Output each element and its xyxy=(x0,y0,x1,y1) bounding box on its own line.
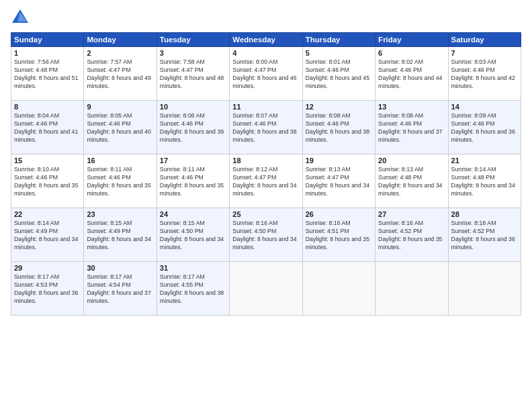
day-number: 18 xyxy=(232,156,299,165)
calendar-cell: 16 Sunrise: 8:11 AMSunset: 4:46 PMDaylig… xyxy=(84,154,157,208)
day-number: 6 xyxy=(378,49,445,57)
cell-content: Sunrise: 7:56 AMSunset: 4:48 PMDaylight:… xyxy=(14,58,81,91)
calendar-cell: 13 Sunrise: 8:08 AMSunset: 4:46 PMDaylig… xyxy=(375,101,448,154)
day-number: 8 xyxy=(14,103,81,111)
day-number: 23 xyxy=(87,210,153,218)
weekday-header-wednesday: Wednesday xyxy=(230,33,302,47)
calendar-table: SundayMondayTuesdayWednesdayThursdayFrid… xyxy=(11,32,521,316)
cell-content: Sunrise: 8:09 AMSunset: 4:46 PMDaylight:… xyxy=(451,112,518,144)
page: SundayMondayTuesdayWednesdayThursdayFrid… xyxy=(0,0,532,411)
day-number: 30 xyxy=(87,264,153,272)
cell-content: Sunrise: 8:05 AMSunset: 4:46 PMDaylight:… xyxy=(87,112,153,144)
cell-content: Sunrise: 8:02 AMSunset: 4:46 PMDaylight:… xyxy=(378,58,445,91)
cell-content: Sunrise: 7:57 AMSunset: 4:47 PMDaylight:… xyxy=(87,58,153,91)
day-number: 9 xyxy=(87,103,153,111)
cell-content: Sunrise: 8:16 AMSunset: 4:51 PMDaylight:… xyxy=(306,220,372,252)
calendar-cell: 15 Sunrise: 8:10 AMSunset: 4:46 PMDaylig… xyxy=(11,154,84,208)
calendar-cell: 26 Sunrise: 8:16 AMSunset: 4:51 PMDaylig… xyxy=(302,208,375,262)
cell-content: Sunrise: 8:04 AMSunset: 4:46 PMDaylight:… xyxy=(14,112,81,144)
cell-content: Sunrise: 8:14 AMSunset: 4:49 PMDaylight:… xyxy=(14,220,81,252)
cell-content: Sunrise: 8:00 AMSunset: 4:47 PMDaylight:… xyxy=(232,58,299,91)
cell-content: Sunrise: 8:01 AMSunset: 4:46 PMDaylight:… xyxy=(306,58,372,91)
calendar-cell xyxy=(448,262,521,316)
cell-content: Sunrise: 8:17 AMSunset: 4:53 PMDaylight:… xyxy=(14,273,81,306)
calendar-cell: 27 Sunrise: 8:16 AMSunset: 4:52 PMDaylig… xyxy=(375,208,448,262)
week-row-3: 15 Sunrise: 8:10 AMSunset: 4:46 PMDaylig… xyxy=(11,154,521,208)
cell-content: Sunrise: 8:16 AMSunset: 4:52 PMDaylight:… xyxy=(451,220,518,252)
day-number: 21 xyxy=(451,156,518,165)
calendar-cell: 8 Sunrise: 8:04 AMSunset: 4:46 PMDayligh… xyxy=(11,101,84,154)
calendar-cell: 10 Sunrise: 8:06 AMSunset: 4:46 PMDaylig… xyxy=(157,101,229,154)
cell-content: Sunrise: 8:11 AMSunset: 4:46 PMDaylight:… xyxy=(160,166,226,198)
calendar-cell: 24 Sunrise: 8:15 AMSunset: 4:50 PMDaylig… xyxy=(157,208,229,262)
day-number: 4 xyxy=(232,49,299,57)
calendar-cell: 31 Sunrise: 8:17 AMSunset: 4:55 PMDaylig… xyxy=(157,262,229,316)
cell-content: Sunrise: 8:13 AMSunset: 4:48 PMDaylight:… xyxy=(378,166,445,198)
day-number: 1 xyxy=(14,49,81,57)
weekday-header-friday: Friday xyxy=(375,33,448,47)
calendar-cell xyxy=(302,262,375,316)
calendar-cell xyxy=(230,262,302,316)
weekday-header-sunday: Sunday xyxy=(11,33,84,47)
calendar-cell: 29 Sunrise: 8:17 AMSunset: 4:53 PMDaylig… xyxy=(11,262,84,316)
cell-content: Sunrise: 8:10 AMSunset: 4:46 PMDaylight:… xyxy=(14,166,81,198)
calendar-cell: 4 Sunrise: 8:00 AMSunset: 4:47 PMDayligh… xyxy=(230,47,302,101)
cell-content: Sunrise: 8:03 AMSunset: 4:46 PMDaylight:… xyxy=(451,58,518,91)
weekday-header-monday: Monday xyxy=(84,33,157,47)
calendar-cell: 30 Sunrise: 8:17 AMSunset: 4:54 PMDaylig… xyxy=(84,262,157,316)
cell-content: Sunrise: 8:15 AMSunset: 4:49 PMDaylight:… xyxy=(87,220,153,252)
day-number: 11 xyxy=(232,103,299,111)
day-number: 25 xyxy=(232,210,299,218)
calendar-cell: 5 Sunrise: 8:01 AMSunset: 4:46 PMDayligh… xyxy=(302,47,375,101)
day-number: 26 xyxy=(306,210,372,218)
day-number: 10 xyxy=(160,103,226,111)
calendar-cell: 17 Sunrise: 8:11 AMSunset: 4:46 PMDaylig… xyxy=(157,154,229,208)
cell-content: Sunrise: 8:16 AMSunset: 4:50 PMDaylight:… xyxy=(232,220,299,252)
calendar-cell: 3 Sunrise: 7:58 AMSunset: 4:47 PMDayligh… xyxy=(157,47,229,101)
day-number: 29 xyxy=(14,264,81,272)
day-number: 12 xyxy=(306,103,372,111)
calendar-cell xyxy=(375,262,448,316)
day-number: 27 xyxy=(378,210,445,218)
day-number: 3 xyxy=(160,49,226,57)
calendar-cell: 14 Sunrise: 8:09 AMSunset: 4:46 PMDaylig… xyxy=(448,101,521,154)
day-number: 17 xyxy=(160,156,226,165)
cell-content: Sunrise: 8:16 AMSunset: 4:52 PMDaylight:… xyxy=(378,220,445,252)
day-number: 22 xyxy=(14,210,81,218)
cell-content: Sunrise: 7:58 AMSunset: 4:47 PMDaylight:… xyxy=(160,58,226,91)
day-number: 13 xyxy=(378,103,445,111)
cell-content: Sunrise: 8:11 AMSunset: 4:46 PMDaylight:… xyxy=(87,166,153,198)
day-number: 14 xyxy=(451,103,518,111)
day-number: 31 xyxy=(160,264,226,272)
logo-icon xyxy=(11,8,30,27)
day-number: 15 xyxy=(14,156,81,165)
cell-content: Sunrise: 8:12 AMSunset: 4:47 PMDaylight:… xyxy=(232,166,299,198)
day-number: 19 xyxy=(306,156,372,165)
calendar-cell: 21 Sunrise: 8:14 AMSunset: 4:48 PMDaylig… xyxy=(448,154,521,208)
logo xyxy=(11,8,32,27)
cell-content: Sunrise: 8:15 AMSunset: 4:50 PMDaylight:… xyxy=(160,220,226,252)
calendar-cell: 25 Sunrise: 8:16 AMSunset: 4:50 PMDaylig… xyxy=(230,208,302,262)
weekday-header-thursday: Thursday xyxy=(302,33,375,47)
weekday-header-tuesday: Tuesday xyxy=(157,33,229,47)
calendar-cell: 9 Sunrise: 8:05 AMSunset: 4:46 PMDayligh… xyxy=(84,101,157,154)
week-row-2: 8 Sunrise: 8:04 AMSunset: 4:46 PMDayligh… xyxy=(11,101,521,154)
cell-content: Sunrise: 8:17 AMSunset: 4:54 PMDaylight:… xyxy=(87,273,153,306)
calendar-cell: 20 Sunrise: 8:13 AMSunset: 4:48 PMDaylig… xyxy=(375,154,448,208)
day-number: 16 xyxy=(87,156,153,165)
calendar-cell: 1 Sunrise: 7:56 AMSunset: 4:48 PMDayligh… xyxy=(11,47,84,101)
calendar-cell: 7 Sunrise: 8:03 AMSunset: 4:46 PMDayligh… xyxy=(448,47,521,101)
day-number: 2 xyxy=(87,49,153,57)
cell-content: Sunrise: 8:07 AMSunset: 4:46 PMDaylight:… xyxy=(232,112,299,144)
cell-content: Sunrise: 8:17 AMSunset: 4:55 PMDaylight:… xyxy=(160,273,226,306)
day-number: 20 xyxy=(378,156,445,165)
day-number: 7 xyxy=(451,49,518,57)
calendar-cell: 18 Sunrise: 8:12 AMSunset: 4:47 PMDaylig… xyxy=(230,154,302,208)
cell-content: Sunrise: 8:08 AMSunset: 4:46 PMDaylight:… xyxy=(306,112,372,144)
header xyxy=(11,8,521,27)
weekday-header-row: SundayMondayTuesdayWednesdayThursdayFrid… xyxy=(11,33,521,47)
cell-content: Sunrise: 8:06 AMSunset: 4:46 PMDaylight:… xyxy=(160,112,226,144)
calendar-cell: 12 Sunrise: 8:08 AMSunset: 4:46 PMDaylig… xyxy=(302,101,375,154)
week-row-4: 22 Sunrise: 8:14 AMSunset: 4:49 PMDaylig… xyxy=(11,208,521,262)
calendar-cell: 6 Sunrise: 8:02 AMSunset: 4:46 PMDayligh… xyxy=(375,47,448,101)
